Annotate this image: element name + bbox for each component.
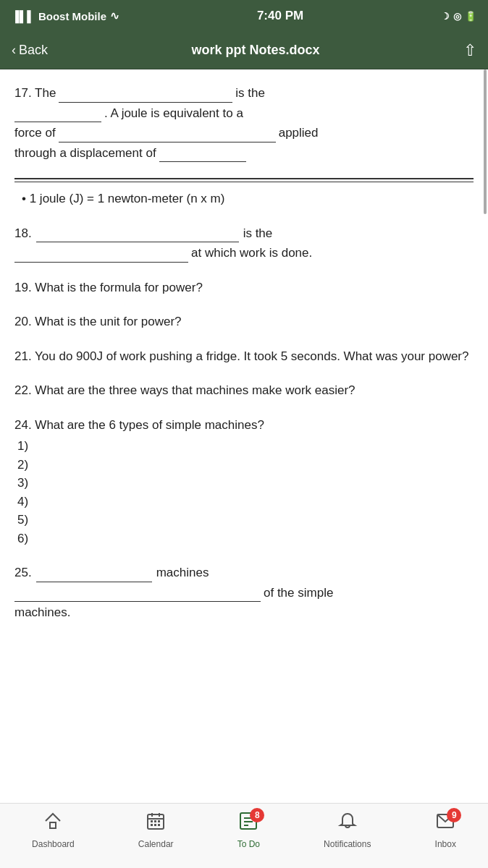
bullet-text: • 1 joule (J) = 1 newton-meter (n x m) (22, 192, 224, 205)
list-item: 1) (17, 437, 474, 456)
q21-text: 21. You do 900J of work pushing a fridge… (14, 349, 469, 363)
back-chevron-icon: ‹ (12, 43, 16, 58)
todo-badge: 8 (250, 808, 264, 822)
q17-applied: applied (279, 124, 319, 142)
q18-suffix: is the (243, 224, 273, 243)
list-item: 2) (17, 456, 474, 475)
tab-bar: Dashboard Calendar (0, 803, 488, 868)
carrier-label: Boost Mobile (38, 10, 106, 22)
tab-calendar-label: Calendar (138, 839, 174, 849)
q18-line2: at which work is done. (191, 244, 312, 263)
signal-icon: ▐▌▌ (12, 10, 35, 22)
question-25: 25. machines of the simple machines. (14, 563, 474, 622)
q17-suffix1: is the (235, 84, 265, 103)
location-icon: ◎ (453, 11, 461, 22)
q17-blank2 (14, 109, 101, 122)
svg-rect-10 (158, 824, 160, 826)
q25-suffix: machines (156, 563, 209, 582)
question-24: 24. What are the 6 types of simple machi… (14, 416, 474, 548)
q17-line2: . A joule is equivalent to a (104, 104, 243, 123)
tab-dashboard-label: Dashboard (32, 839, 75, 849)
nav-bar: ‹ Back work ppt Notes.docx ⇧ (0, 32, 488, 69)
q18-blank2 (14, 250, 188, 263)
tab-dashboard[interactable]: Dashboard (32, 811, 75, 849)
tab-todo[interactable]: 8 To Do (237, 811, 260, 849)
inbox-badge: 9 (447, 808, 461, 822)
bell-icon (337, 811, 358, 836)
back-label: Back (19, 43, 48, 58)
calendar-icon (146, 811, 166, 836)
svg-rect-8 (151, 824, 153, 826)
list-item: 3) (17, 474, 474, 493)
q17-blank3 (59, 129, 276, 142)
list-item: 5) (17, 511, 474, 529)
svg-rect-7 (158, 820, 160, 822)
q18-blank1 (36, 229, 239, 242)
q22-text: 22. What are the three ways that machine… (14, 383, 356, 397)
status-time: 7:40 PM (257, 9, 303, 23)
wifi-icon: ∿ (110, 9, 119, 22)
tab-calendar[interactable]: Calendar (138, 811, 174, 849)
q24-list: 1) 2) 3) 4) 5) 6) (14, 437, 474, 548)
status-left: ▐▌▌ Boost Mobile ∿ (12, 9, 119, 22)
q20-text: 20. What is the unit for power? (14, 315, 182, 328)
scrollbar[interactable] (484, 69, 487, 214)
q17-force-label: force of (14, 124, 56, 142)
q24-text: 24. What are the 6 types of simple machi… (14, 416, 474, 435)
page-title: work ppt Notes.docx (192, 43, 320, 58)
svg-rect-6 (154, 820, 156, 822)
tab-notifications[interactable]: Notifications (324, 811, 371, 849)
question-17: 17. The is the . A joule is equivalent t… (14, 84, 474, 162)
moon-icon: ☽ (441, 11, 450, 22)
q25-prefix: 25. (14, 563, 32, 582)
q17-prefix: 17. The (14, 84, 56, 103)
q17-blank4 (159, 149, 246, 162)
separator (14, 178, 474, 182)
svg-rect-0 (50, 822, 56, 828)
tab-inbox-label: Inbox (435, 839, 456, 849)
tab-todo-label: To Do (237, 839, 260, 849)
question-19: 19. What is the formula for power? (14, 278, 474, 297)
q17-line3: through a displacement of (14, 144, 474, 163)
back-button[interactable]: ‹ Back (12, 43, 48, 58)
battery-icon: 🔋 (465, 11, 476, 22)
question-22: 22. What are the three ways that machine… (14, 381, 474, 400)
status-bar: ▐▌▌ Boost Mobile ∿ 7:40 PM ☽ ◎ 🔋 (0, 0, 488, 32)
q25-blank1 (36, 569, 152, 582)
list-item: 6) (17, 529, 474, 548)
bullet-point: • 1 joule (J) = 1 newton-meter (n x m) (22, 190, 474, 208)
svg-rect-9 (154, 824, 156, 826)
svg-rect-5 (151, 820, 153, 822)
question-18: 18. is the at which work is done. (14, 224, 474, 263)
q25-machines: machines. (14, 603, 474, 622)
q25-blank2 (14, 589, 261, 602)
status-right: ☽ ◎ 🔋 (441, 11, 476, 22)
document-content: 17. The is the . A joule is equivalent t… (0, 69, 488, 739)
list-item: 4) (17, 493, 474, 511)
dashboard-icon (43, 811, 63, 836)
q25-line2: of the simple (264, 584, 333, 603)
question-21: 21. You do 900J of work pushing a fridge… (14, 347, 474, 366)
share-button[interactable]: ⇧ (463, 41, 476, 60)
q19-text: 19. What is the formula for power? (14, 281, 203, 294)
tab-notifications-label: Notifications (324, 839, 371, 849)
tab-inbox[interactable]: 9 Inbox (435, 811, 456, 849)
question-20: 20. What is the unit for power? (14, 312, 474, 331)
q17-blank1 (59, 90, 232, 103)
q18-number: 18. (14, 224, 32, 243)
